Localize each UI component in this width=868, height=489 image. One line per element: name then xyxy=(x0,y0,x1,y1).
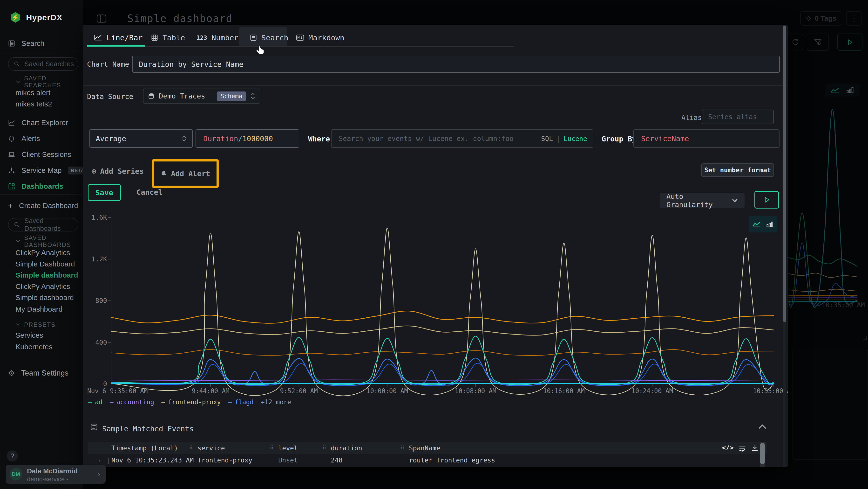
presets-heading[interactable]: PRESETS xyxy=(0,320,56,329)
dashboard-item[interactable]: Simple dashboard xyxy=(16,292,74,303)
drag-handle-icon[interactable]: ⠿ xyxy=(401,445,404,451)
series-divider xyxy=(88,117,677,117)
dashboard-item[interactable]: Simple Dashboard xyxy=(16,259,75,269)
sidebar-item-dashboards[interactable]: Dashboards xyxy=(0,180,83,192)
alias-input[interactable]: Series alias xyxy=(702,110,774,124)
column-header[interactable]: Timestamp (Local) xyxy=(112,444,178,452)
series-blue-bumps xyxy=(111,358,774,386)
events-scrollbar-thumb[interactable] xyxy=(760,443,765,464)
sidebar: ⚡ HyperDX Search Saved Searches SAVED SE… xyxy=(0,0,83,489)
add-series-button[interactable]: ⊕ Add Series xyxy=(91,166,144,176)
x-tick-label: 10:16:00 AM xyxy=(537,387,590,395)
code-view-icon[interactable]: </> xyxy=(722,444,734,451)
sidebar-item-chart-explorer[interactable]: Chart Explorer xyxy=(0,117,83,128)
tab-line-bar[interactable]: Line/Bar xyxy=(94,29,143,46)
aggregation-select[interactable]: Average xyxy=(89,130,193,148)
duration-chart[interactable] xyxy=(83,211,788,394)
events-section-title: Sample Matched Events xyxy=(102,425,194,433)
row-separator: | xyxy=(106,456,111,464)
tab-label: Table xyxy=(162,33,185,42)
y-tick-label: 800 xyxy=(83,297,107,304)
run-chart-button[interactable] xyxy=(754,191,779,208)
y-tick-label: 400 xyxy=(83,339,107,346)
dashboard-item-active[interactable]: Simple dashboard xyxy=(16,270,78,281)
user-card[interactable]: DM Dale McDiarmid demo-service - › xyxy=(6,465,105,484)
sql-mode-toggle[interactable]: SQL xyxy=(541,135,553,142)
column-header[interactable]: service xyxy=(197,444,225,452)
granularity-select[interactable]: Auto Granularity xyxy=(660,193,745,208)
expression-input[interactable]: Duration/1000000 xyxy=(195,130,299,148)
collapse-section-icon[interactable] xyxy=(758,424,767,429)
sidebar-item-alerts[interactable]: Alerts xyxy=(0,133,83,144)
saved-search-item[interactable]: mikes tets2 xyxy=(16,99,52,109)
series-avg-duration-mid xyxy=(111,326,774,335)
dashboard-item[interactable]: ClickPy Analytics xyxy=(16,281,70,292)
saved-searches-input[interactable]: Saved Searches xyxy=(8,57,79,71)
event-row-clipped[interactable]: › Nov 6 10:35:23.243 AM frontend-proxy U… xyxy=(88,466,767,467)
expression-operator: / xyxy=(238,135,243,143)
where-search-input[interactable]: Search your events w/ Lucene ex. column:… xyxy=(331,130,593,148)
saved-dashboards-input[interactable]: Saved Dashboards xyxy=(8,218,79,231)
dashboard-item[interactable]: My Dashboard xyxy=(16,304,62,315)
chevron-down-icon xyxy=(16,240,20,243)
line-chart-icon xyxy=(94,34,102,41)
column-header[interactable]: SpanName xyxy=(409,444,440,452)
y-tick-label: 1.2K xyxy=(83,255,107,263)
saved-searches-heading[interactable]: SAVED SEARCHES xyxy=(0,78,83,86)
event-row[interactable]: › | Nov 6 10:35:23.243 AM frontend-proxy… xyxy=(88,454,767,466)
group-by-value: ServiceName xyxy=(641,135,689,143)
sidebar-item-label: Alerts xyxy=(22,135,40,143)
set-number-format-button[interactable]: Set number format xyxy=(702,164,774,177)
drag-handle-icon[interactable]: ⠿ xyxy=(270,445,274,451)
chevron-down-icon xyxy=(16,80,20,83)
legend-more-link[interactable]: +12 more xyxy=(261,399,291,406)
legend-item[interactable]: —frontend-proxy xyxy=(161,399,221,406)
drag-handle-icon[interactable]: ⠿ xyxy=(322,445,326,451)
saved-search-item[interactable]: mikes alert xyxy=(16,87,51,98)
modal-scrollbar-thumb[interactable] xyxy=(783,26,786,322)
column-header[interactable]: level xyxy=(278,444,298,452)
wrap-text-icon[interactable] xyxy=(739,445,746,452)
preset-item[interactable]: Kubernetes xyxy=(16,342,52,352)
expand-row-icon[interactable]: › xyxy=(97,456,101,464)
legend-dash-icon: — xyxy=(161,399,165,406)
active-tab-underline xyxy=(87,45,145,47)
legend-item[interactable]: —flagd xyxy=(228,399,254,406)
help-button[interactable]: ? xyxy=(7,450,18,461)
cancel-button[interactable]: Cancel xyxy=(136,188,162,197)
dashboard-item[interactable]: ClickPy Analytics xyxy=(16,248,70,258)
sidebar-item-client-sessions[interactable]: Client Sessions xyxy=(0,149,83,160)
chart-name-input[interactable]: Duration by Service Name xyxy=(132,56,780,73)
cell-spanname: router frontend egress xyxy=(409,456,495,464)
tab-search[interactable]: Search xyxy=(250,29,288,46)
sidebar-item-label: Chart Explorer xyxy=(22,118,68,127)
sidebar-item-search[interactable]: Search xyxy=(0,38,83,49)
preset-item[interactable]: Services xyxy=(16,330,43,341)
save-button[interactable]: Save xyxy=(88,184,121,201)
download-icon[interactable] xyxy=(751,444,758,452)
group-by-input[interactable]: ServiceName xyxy=(633,130,779,148)
legend-item[interactable]: —ad xyxy=(88,399,102,406)
add-alert-button-highlighted[interactable]: Add Alert xyxy=(152,159,219,188)
saved-dashboards-heading[interactable]: SAVED DASHBOARDS xyxy=(0,237,83,246)
create-dashboard-button[interactable]: + Create Dashboard xyxy=(0,200,83,211)
events-list-icon xyxy=(90,423,98,431)
sidebar-item-service-map[interactable]: Service Map BETA xyxy=(0,165,83,176)
tab-table[interactable]: Table xyxy=(151,29,185,46)
brand[interactable]: ⚡ HyperDX xyxy=(10,12,62,23)
sidebar-item-team-settings[interactable]: ⚙ Team Settings xyxy=(0,367,83,379)
search-icon xyxy=(14,222,20,228)
laptop-icon xyxy=(8,151,15,158)
x-tick-label: 10:35:00 AM xyxy=(747,387,788,395)
lucene-mode-toggle[interactable]: Lucene xyxy=(563,135,587,142)
tab-markdown[interactable]: Markdown xyxy=(296,29,344,46)
data-source-select[interactable]: Demo Traces Schema xyxy=(143,89,260,104)
legend-dash-icon: — xyxy=(228,399,232,406)
legend-item[interactable]: —accounting xyxy=(110,399,154,406)
drag-handle-icon[interactable]: ⠿ xyxy=(189,445,193,451)
tab-number[interactable]: 123 Number xyxy=(196,29,239,46)
where-label: Where xyxy=(308,135,330,143)
column-header[interactable]: duration xyxy=(331,444,362,452)
x-tick-label: 9:44:00 AM xyxy=(184,387,237,395)
where-placeholder: Search your events w/ Lucene ex. column:… xyxy=(339,135,514,143)
